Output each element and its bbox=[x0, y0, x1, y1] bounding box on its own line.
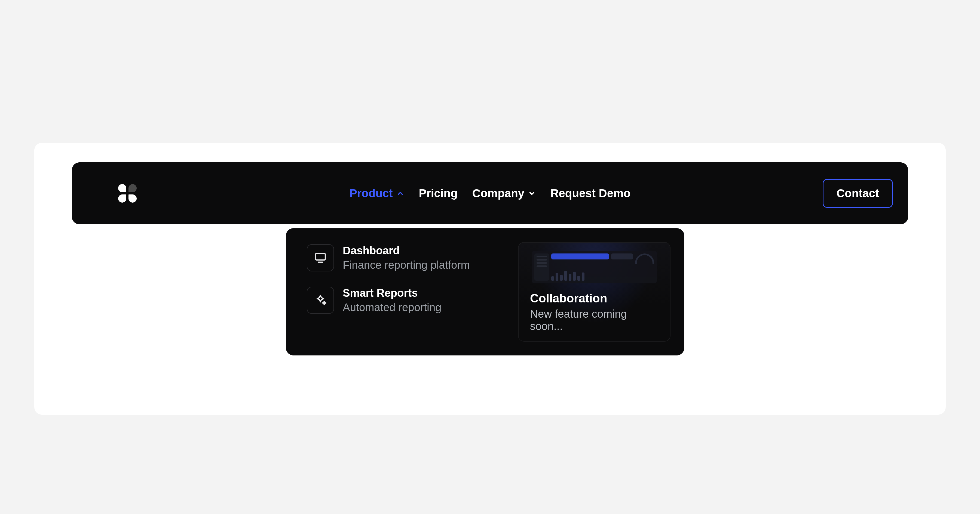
dropdown-item-title: Dashboard bbox=[343, 244, 470, 257]
product-dropdown: Dashboard Finance reporting platform Sma… bbox=[286, 228, 684, 355]
nav-item-pricing[interactable]: Pricing bbox=[419, 187, 457, 200]
dropdown-list: Dashboard Finance reporting platform Sma… bbox=[300, 242, 506, 341]
chevron-down-icon bbox=[528, 190, 536, 197]
dropdown-feature-card[interactable]: Collaboration New feature coming soon... bbox=[518, 242, 670, 341]
nav-item-label: Product bbox=[350, 187, 393, 200]
monitor-icon bbox=[307, 244, 334, 271]
nav-links: Product Pricing Company Request Demo bbox=[350, 187, 630, 200]
dropdown-item-dashboard[interactable]: Dashboard Finance reporting platform bbox=[307, 244, 506, 272]
navbar: Product Pricing Company Request Demo Con… bbox=[72, 162, 908, 224]
nav-item-request-demo[interactable]: Request Demo bbox=[550, 187, 630, 200]
nav-item-label: Request Demo bbox=[550, 187, 630, 200]
nav-item-label: Company bbox=[472, 187, 524, 200]
contact-button[interactable]: Contact bbox=[822, 179, 893, 208]
contact-button-label: Contact bbox=[837, 187, 879, 200]
dropdown-item-text: Smart Reports Automated reporting bbox=[343, 286, 441, 314]
card-title: Collaboration bbox=[530, 292, 659, 305]
svg-rect-0 bbox=[315, 254, 325, 260]
dropdown-item-text: Dashboard Finance reporting platform bbox=[343, 244, 470, 272]
dropdown-item-smart-reports[interactable]: Smart Reports Automated reporting bbox=[307, 286, 506, 314]
nav-item-label: Pricing bbox=[419, 187, 457, 200]
brand-logo[interactable] bbox=[118, 184, 137, 203]
sparkles-icon bbox=[307, 287, 334, 314]
card-subtitle: New feature coming soon... bbox=[530, 308, 659, 332]
chevron-up-icon bbox=[396, 190, 404, 197]
dashboard-preview-image bbox=[531, 251, 657, 283]
dropdown-item-title: Smart Reports bbox=[343, 286, 441, 300]
dropdown-item-subtitle: Finance reporting platform bbox=[343, 258, 470, 272]
nav-item-product[interactable]: Product bbox=[350, 187, 404, 200]
nav-item-company[interactable]: Company bbox=[472, 187, 536, 200]
card-body: Collaboration New feature coming soon... bbox=[530, 292, 659, 332]
dropdown-item-subtitle: Automated reporting bbox=[343, 300, 441, 314]
page-sheet: Product Pricing Company Request Demo Con… bbox=[34, 143, 946, 415]
